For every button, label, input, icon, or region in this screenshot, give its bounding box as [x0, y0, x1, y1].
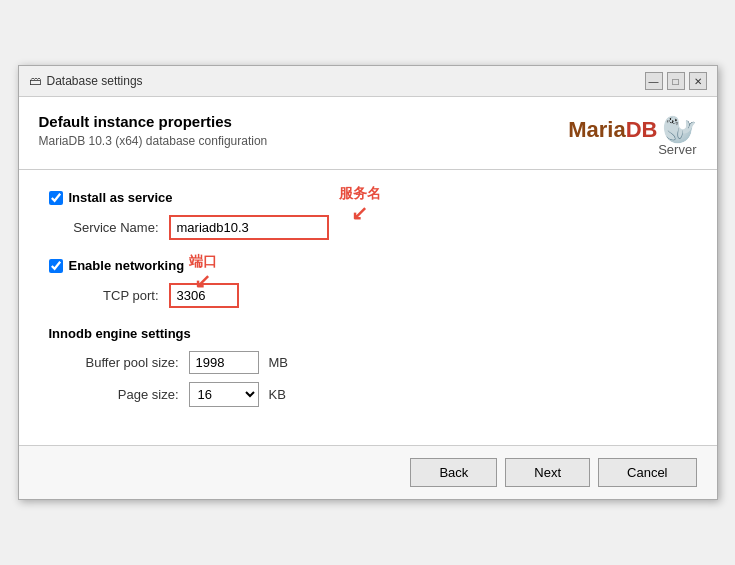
enable-networking-checkbox[interactable] — [49, 259, 63, 273]
networking-section: Enable networking TCP port: 端口 ↙ — [49, 258, 687, 308]
install-service-section: Install as service Service Name: 服务名 ↙ — [49, 190, 687, 240]
buffer-pool-unit: MB — [269, 355, 289, 370]
service-annotation: 服务名 ↙ — [339, 185, 381, 223]
install-service-checkbox[interactable] — [49, 191, 63, 205]
title-bar-title: Database settings — [47, 74, 143, 88]
logo-server: Server — [658, 142, 696, 157]
content-area: Install as service Service Name: 服务名 ↙ E… — [19, 170, 717, 435]
tcp-annotation: 端口 ↙ — [189, 253, 217, 291]
cancel-button[interactable]: Cancel — [598, 458, 696, 487]
tcp-port-label: TCP port: — [69, 288, 159, 303]
enable-networking-label[interactable]: Enable networking — [49, 258, 687, 273]
page-title: Default instance properties — [39, 113, 268, 130]
title-bar-left: 🗃 Database settings — [29, 74, 143, 88]
page-size-select[interactable]: 16 8 32 64 — [190, 383, 258, 406]
page-size-select-wrapper: 16 8 32 64 — [189, 382, 259, 407]
mariadb-logo: MariaDB 🦭 Server — [568, 113, 696, 157]
service-arrow-icon: ↙ — [351, 203, 368, 223]
title-bar-controls: — □ ✕ — [645, 72, 707, 90]
footer: Back Next Cancel — [19, 446, 717, 499]
main-window: 🗃 Database settings — □ ✕ Default instan… — [18, 65, 718, 500]
maximize-button[interactable]: □ — [667, 72, 685, 90]
page-size-row: Page size: 16 8 32 64 KB — [69, 382, 687, 407]
page-size-label: Page size: — [69, 387, 179, 402]
title-bar-icon: 🗃 — [29, 74, 41, 88]
service-name-input[interactable] — [169, 215, 329, 240]
buffer-pool-input[interactable] — [189, 351, 259, 374]
logo-brand: MariaDB — [568, 117, 657, 143]
service-name-row: Service Name: 服务名 ↙ — [69, 215, 687, 240]
header-text: Default instance properties MariaDB 10.3… — [39, 113, 268, 148]
title-bar: 🗃 Database settings — □ ✕ — [19, 66, 717, 97]
header-section: Default instance properties MariaDB 10.3… — [19, 97, 717, 169]
buffer-pool-row: Buffer pool size: MB — [69, 351, 687, 374]
innodb-section: Innodb engine settings Buffer pool size:… — [49, 326, 687, 407]
innodb-title: Innodb engine settings — [49, 326, 687, 341]
page-size-unit: KB — [269, 387, 286, 402]
tcp-port-row: TCP port: 端口 ↙ — [69, 283, 687, 308]
tcp-arrow-icon: ↙ — [194, 271, 211, 291]
close-button[interactable]: ✕ — [689, 72, 707, 90]
minimize-button[interactable]: — — [645, 72, 663, 90]
page-subtitle: MariaDB 10.3 (x64) database configuratio… — [39, 134, 268, 148]
back-button[interactable]: Back — [410, 458, 497, 487]
service-name-label: Service Name: — [69, 220, 159, 235]
buffer-pool-label: Buffer pool size: — [69, 355, 179, 370]
next-button[interactable]: Next — [505, 458, 590, 487]
